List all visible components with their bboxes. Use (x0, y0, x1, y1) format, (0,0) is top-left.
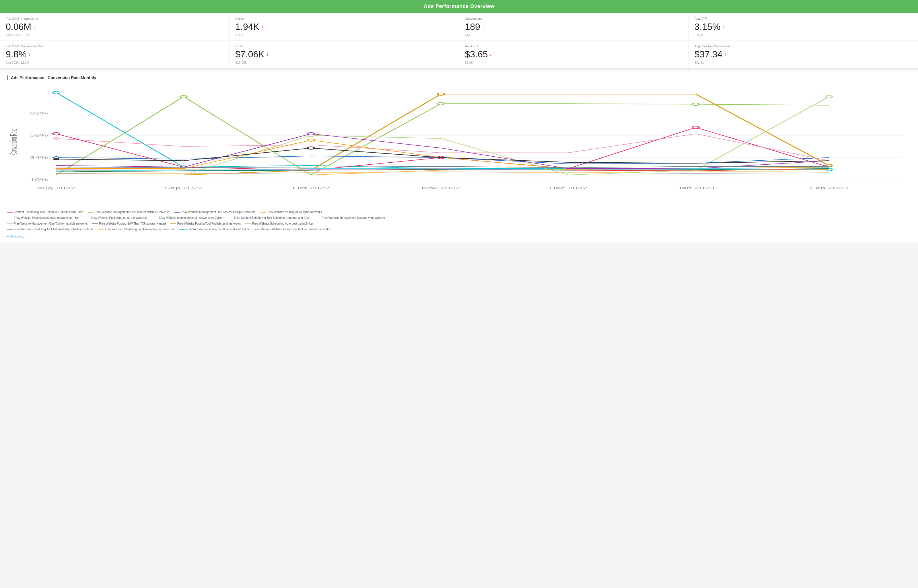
legend-color-13 (7, 229, 13, 230)
legend-label-5: Easy Website Publishing on all the Websi… (91, 215, 147, 221)
legend-label-13: Free Website Scheduling Tool Automatical… (14, 227, 94, 232)
legend-row-2: Easy Website Posting on multiple network… (7, 215, 911, 221)
legend-color-7 (227, 218, 233, 218)
svg-text:Jan 2023: Jan 2023 (677, 186, 714, 190)
metric-avg-cost-per-conv-sub: $31.51 (695, 61, 912, 64)
legend-more-link[interactable]: + 36 more... (7, 234, 24, 239)
legend-item-14: Free Website Scheduling on all networks … (98, 227, 175, 232)
legend-label-0: Content Scheduling Tool Schedule Content… (14, 210, 83, 215)
legend-label-2: Easy Website Management One Tool for mul… (181, 210, 255, 215)
legend-item-6: Easy Website monitoring on all networks … (152, 215, 223, 221)
legend-label-12: Free Website Scheduling Auto post using … (252, 221, 313, 226)
legend-item-0: Content Scheduling Tool Schedule Content… (7, 210, 83, 215)
svg-point-29 (826, 95, 832, 98)
svg-text:34%: 34% (30, 155, 48, 160)
legend-color-2 (174, 212, 180, 213)
chart-title: Ads Performance - Conversion Rate Monthl… (7, 76, 911, 80)
legend-color-16 (254, 229, 260, 230)
clicks-arrow-down: ↓ (261, 24, 263, 30)
page-header: Ads Performance Overview (0, 0, 918, 13)
metric-conv-rate-value: 9.8% ↓ (6, 49, 223, 60)
svg-point-26 (438, 93, 444, 95)
metric-conv-rate-label: Feb 2023: Conversion Rate (6, 44, 223, 48)
legend-item-7: Free Content Scheduling Tool Schedule Co… (227, 215, 310, 221)
legend-row-3: Free Website Management One Tool for mul… (7, 221, 911, 226)
svg-text:Dec 2022: Dec 2022 (549, 186, 588, 190)
legend-color-1 (88, 212, 94, 213)
svg-text:Nov 2022: Nov 2022 (422, 186, 461, 190)
metric-avg-cost-per-conv: Avg Cost Per Conversion $37.34 ↑ $31.51 (689, 40, 918, 68)
svg-text:10%: 10% (30, 178, 48, 182)
legend-label-14: Free Website Scheduling on all networks … (105, 227, 175, 232)
metric-impressions-label: Feb 2023: Impressions (6, 17, 223, 20)
metric-impressions-sub: Jan 2023: 0.11M (6, 33, 223, 37)
chart-section: Ads Performance - Conversion Rate Monthl… (0, 71, 918, 243)
legend-color-5 (84, 218, 90, 218)
svg-point-22 (693, 126, 699, 129)
legend-color-10 (92, 223, 98, 224)
metric-avg-cpc-label: Avg CPC (465, 44, 683, 48)
metric-avg-ctr-sub: 2.97% (695, 33, 912, 37)
metric-cost-sub: $13.05K (235, 61, 453, 64)
metric-avg-ctr-value: 3.15% ↑ (695, 21, 912, 32)
metric-cost-value: $7.06K ↓ (235, 49, 453, 60)
legend-item-9: Free Website Management One Tool for mul… (7, 221, 88, 226)
legend-item-13: Free Website Scheduling Tool Automatical… (7, 227, 94, 232)
impressions-arrow-down: ↓ (33, 24, 36, 30)
avg-cpc-arrow-down: ↓ (490, 51, 492, 57)
metric-avg-cost-per-conv-label: Avg Cost Per Conversion (695, 44, 912, 48)
legend-item-16: Manage Website Easily One Tool for multi… (254, 227, 330, 232)
legend-item-8: Free Website Management Manage your Webs… (315, 215, 385, 221)
svg-point-17 (53, 91, 60, 94)
metric-clicks-value: 1.94K ↓ (235, 21, 453, 32)
metric-conversions-value: 189 ↓ (465, 21, 683, 32)
legend-section: Content Scheduling Tool Schedule Content… (7, 210, 911, 239)
legend-item-2: Easy Website Management One Tool for mul… (174, 210, 255, 215)
metric-cost-label: Cost (235, 44, 453, 48)
legend-color-3 (260, 212, 266, 213)
metric-cost: Cost $7.06K ↓ $13.05K (230, 40, 459, 68)
metric-avg-cpc-sub: $3.88 (465, 61, 683, 64)
legend-item-1: Easy Website Management One Tool for Mul… (88, 210, 170, 215)
chart-container: 10% 34% 58% 82% Conversion Rate Aug 2022… (7, 85, 911, 205)
conv-rate-arrow-down: ↓ (28, 51, 31, 57)
legend-label-15: Free Website monitoring on all networks … (186, 227, 249, 232)
svg-point-34 (53, 158, 58, 160)
metric-avg-cpc: Avg CPC $3.65 ↓ $3.88 (459, 40, 689, 68)
legend-label-8: Free Website Management Manage your Webs… (322, 215, 385, 221)
metric-impressions: Feb 2023: Impressions 0.06M ↓ Jan 2023: … (0, 13, 230, 40)
svg-text:Feb 2023: Feb 2023 (810, 186, 848, 190)
svg-point-32 (308, 139, 314, 141)
svg-text:Oct 2022: Oct 2022 (293, 186, 329, 190)
svg-point-23 (181, 95, 187, 98)
svg-text:Sep 2022: Sep 2022 (164, 186, 203, 190)
cost-arrow-down: ↓ (266, 51, 269, 57)
svg-point-35 (308, 147, 314, 149)
legend-label-16: Manage Website Easily One Tool for multi… (261, 227, 330, 232)
svg-text:58%: 58% (30, 133, 48, 137)
line-chart: 10% 34% 58% 82% Conversion Rate Aug 2022… (7, 85, 911, 205)
legend-color-8 (315, 218, 320, 218)
avg-ctr-arrow-up: ↑ (722, 24, 725, 30)
page-title: Ads Performance Overview (424, 3, 494, 9)
metric-impressions-value: 0.06M ↓ (6, 21, 223, 32)
metric-avg-cpc-value: $3.65 ↓ (465, 49, 683, 60)
legend-color-12 (245, 223, 251, 224)
legend-label-6: Easy Website monitoring on all networks … (159, 215, 223, 221)
legend-row-1: Content Scheduling Tool Schedule Content… (7, 210, 911, 215)
metric-conversions-sub: 414 (465, 33, 683, 37)
legend-color-14 (98, 229, 104, 230)
legend-item-12: Free Website Scheduling Auto post using … (245, 221, 313, 226)
legend-label-4: Easy Website Posting on multiple network… (14, 215, 79, 221)
legend-row-4: Free Website Scheduling Tool Automatical… (7, 227, 911, 232)
legend-color-6 (152, 218, 158, 218)
metric-avg-ctr: Avg CTR 3.15% ↑ 2.97% (689, 13, 918, 40)
legend-item-4: Easy Website Posting on multiple network… (7, 215, 79, 221)
legend-color-11 (170, 223, 176, 224)
metric-conv-rate-sub: Jan 2023: 12.3% (6, 61, 223, 64)
legend-item-15: Free Website monitoring on all networks … (179, 227, 249, 232)
legend-item-5: Easy Website Publishing on all the Websi… (84, 215, 147, 221)
metric-conversions: Conversions 189 ↓ 414 (459, 13, 689, 40)
metrics-row-1: Feb 2023: Impressions 0.06M ↓ Jan 2023: … (0, 13, 918, 40)
avg-cost-per-conv-arrow-up: ↑ (724, 51, 727, 57)
